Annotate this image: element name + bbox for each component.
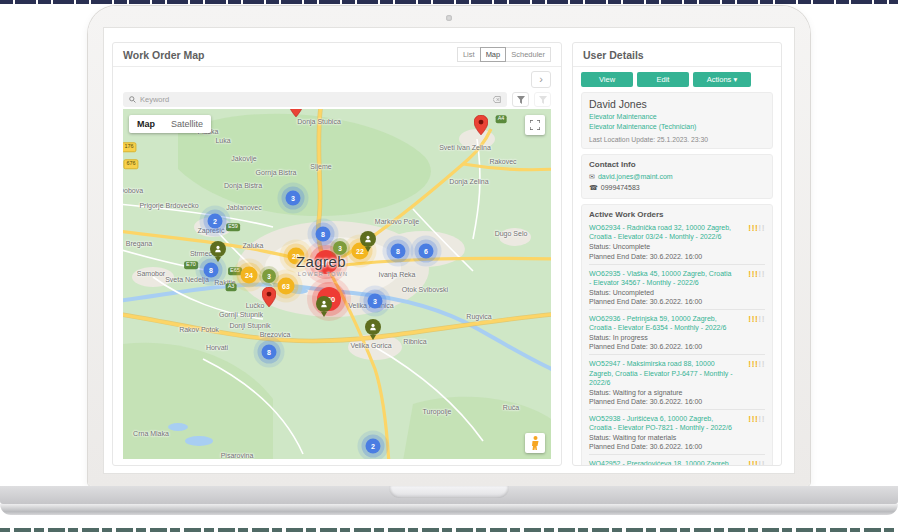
work-order-item[interactable]: WO62934 - Radnička road 32, 10000 Zagreb… bbox=[589, 222, 765, 263]
map-town-label: Donja Bistra bbox=[224, 182, 262, 189]
map-cluster-blue[interactable]: 3 bbox=[368, 294, 383, 309]
map-cluster-blue[interactable]: 6 bbox=[419, 244, 434, 259]
work-order-status: Status: Waiting for materials bbox=[589, 433, 733, 442]
clear-filter-button[interactable] bbox=[534, 92, 551, 107]
map-town-label: Velika Gorica bbox=[350, 342, 391, 349]
technician-location-marker[interactable] bbox=[365, 319, 381, 339]
laptop-notch bbox=[389, 486, 509, 498]
view-tab-map[interactable]: Map bbox=[480, 47, 507, 62]
map-cluster-blue[interactable]: 2 bbox=[208, 214, 223, 229]
map-town-label: Otok Svibovski bbox=[402, 286, 448, 293]
work-order-list: WO62934 - Radnička road 32, 10000 Zagreb… bbox=[589, 222, 765, 466]
user-details-body: View Edit Actions ▾ David Jones Elevator… bbox=[573, 67, 781, 466]
search-input[interactable]: Keyword bbox=[123, 92, 507, 107]
technician-location-marker[interactable] bbox=[316, 296, 332, 316]
work-order-item[interactable]: WO52938 - Jurišićeva 6, 10000 Zagreb, Cr… bbox=[589, 409, 765, 454]
clear-search-icon[interactable] bbox=[493, 96, 501, 103]
work-order-item[interactable]: WO52947 - Maksimirska road 88, 10000 Zag… bbox=[589, 354, 765, 408]
map-town-label: Prigorje Brdovečko bbox=[139, 202, 198, 209]
map-town-label: Bregana bbox=[126, 240, 152, 247]
map-cluster-green[interactable]: 3 bbox=[262, 269, 276, 283]
road-shield: 176 bbox=[123, 142, 137, 152]
map-pin-red[interactable] bbox=[262, 287, 276, 311]
contact-phone-row: ☎ 0999474583 bbox=[589, 183, 765, 194]
road-shield: E59 bbox=[226, 223, 240, 231]
work-order-planned-end-date: Planned End Date: 30.6.2022. 16:00 bbox=[589, 342, 733, 351]
map-town-label: Ivanja Reka bbox=[379, 271, 416, 278]
work-order-title-link[interactable]: WO62934 - Radnička road 32, 10000 Zagreb… bbox=[589, 223, 733, 241]
view-tab-list[interactable]: List bbox=[457, 47, 481, 62]
map-town-label: Donja Zelina bbox=[449, 178, 488, 185]
map-cluster-blue[interactable]: 8 bbox=[316, 227, 331, 242]
district-label-lower-town: LOWER TOWN bbox=[298, 271, 348, 277]
work-order-priority: !!!!! bbox=[737, 314, 765, 351]
actions-dropdown-button[interactable]: Actions ▾ bbox=[693, 72, 751, 87]
map-cluster-blue[interactable]: 8 bbox=[204, 263, 219, 278]
road-shield: A4 bbox=[496, 115, 507, 123]
pegman-button[interactable] bbox=[525, 433, 545, 453]
map-type-map-button[interactable]: Map bbox=[129, 115, 163, 133]
work-order-title-link[interactable]: WO62936 - Petrinjska 59, 10000 Zagreb, C… bbox=[589, 314, 733, 332]
work-order-priority: !!!!! bbox=[737, 414, 765, 451]
user-summary-card: David Jones Elevator Maintenance Elevato… bbox=[581, 92, 773, 149]
work-order-status: Status: Waiting for a signature bbox=[589, 388, 733, 397]
work-order-title-link[interactable]: WO52938 - Jurišićeva 6, 10000 Zagreb, Cr… bbox=[589, 414, 733, 432]
fullscreen-button[interactable] bbox=[525, 115, 545, 135]
map-type-control: Map Satellite bbox=[129, 115, 211, 133]
user-org-link[interactable]: Elevator Maintenance bbox=[589, 112, 765, 122]
map-cluster-blue[interactable]: 8 bbox=[391, 244, 406, 259]
map-cluster-blue[interactable]: 2 bbox=[366, 439, 381, 454]
edit-button[interactable]: Edit bbox=[637, 72, 689, 87]
work-order-item[interactable]: WO42952 - Preradovićeva 18, 10000 Zagreb… bbox=[589, 454, 765, 466]
user-role-link[interactable]: Elevator Maintenance (Technician) bbox=[589, 122, 765, 132]
collapse-panel-button[interactable]: › bbox=[531, 71, 551, 88]
work-order-map-header: Work Order Map ListMapScheduler bbox=[113, 43, 561, 67]
map-town-label: Crna Mlaka bbox=[133, 430, 169, 437]
work-order-planned-end-date: Planned End Date: 30.6.2022. 16:00 bbox=[589, 397, 733, 406]
work-order-status: Status: In progress bbox=[589, 333, 733, 342]
google-map[interactable]: Donja StubicaPluskaLukaJakovljeGornja Bi… bbox=[123, 109, 551, 459]
map-town-label: Brezovica bbox=[260, 331, 291, 338]
work-order-title-link[interactable]: WO52947 - Maksimirska road 88, 10000 Zag… bbox=[589, 359, 733, 386]
priority-exclamation-icon: ! bbox=[762, 223, 765, 233]
email-link[interactable]: david.jones@maint.com bbox=[598, 172, 673, 183]
page-bottom-strip bbox=[0, 528, 898, 532]
map-cluster-blue[interactable]: 3 bbox=[286, 191, 301, 206]
person-icon bbox=[214, 245, 222, 253]
map-cluster-yellow[interactable]: 24 bbox=[241, 267, 258, 284]
user-actions-row: View Edit Actions ▾ bbox=[581, 72, 773, 87]
map-town-label: Zaluka bbox=[242, 242, 263, 249]
search-icon bbox=[129, 96, 136, 103]
work-order-main: WO52947 - Maksimirska road 88, 10000 Zag… bbox=[589, 359, 737, 405]
view-tab-scheduler[interactable]: Scheduler bbox=[505, 47, 551, 62]
view-button[interactable]: View bbox=[581, 72, 633, 87]
map-pin-red[interactable] bbox=[474, 115, 488, 139]
map-cluster-blue[interactable]: 8 bbox=[262, 345, 277, 360]
road-shield: A3 bbox=[226, 283, 237, 291]
active-work-orders-title: Active Work Orders bbox=[589, 210, 765, 219]
user-details-header: User Details bbox=[573, 43, 781, 67]
map-town-label: Gornja Bistra bbox=[256, 169, 297, 176]
map-type-satellite-button[interactable]: Satellite bbox=[163, 115, 211, 133]
contact-info-title: Contact Info bbox=[589, 160, 765, 169]
work-order-item[interactable]: WO62935 - Vlaška 45, 10000 Zagreb, Croat… bbox=[589, 264, 765, 309]
clear-filter-icon bbox=[539, 96, 547, 104]
map-town-label: Horvati bbox=[206, 344, 228, 351]
work-order-title-link[interactable]: WO42952 - Preradovićeva 18, 10000 Zagreb… bbox=[589, 459, 733, 466]
technician-location-marker[interactable] bbox=[210, 241, 226, 261]
map-cluster-yellow[interactable]: 63 bbox=[278, 278, 295, 295]
person-icon bbox=[364, 235, 372, 243]
map-terrain bbox=[123, 109, 551, 459]
map-town-label: Strmec bbox=[190, 250, 212, 257]
page-top-strip bbox=[0, 0, 898, 4]
map-town-label: Gornji Stupnik bbox=[219, 311, 263, 318]
filter-funnel-icon bbox=[517, 96, 525, 104]
work-order-main: WO62936 - Petrinjska 59, 10000 Zagreb, C… bbox=[589, 314, 737, 351]
filter-button[interactable] bbox=[512, 92, 529, 107]
map-town-label: Ribnica bbox=[403, 338, 426, 345]
map-pin-red[interactable] bbox=[289, 109, 303, 121]
technician-location-marker[interactable] bbox=[360, 231, 376, 251]
work-order-title-link[interactable]: WO62935 - Vlaška 45, 10000 Zagreb, Croat… bbox=[589, 269, 733, 287]
work-order-item[interactable]: WO62936 - Petrinjska 59, 10000 Zagreb, C… bbox=[589, 309, 765, 354]
priority-exclamation-icon: ! bbox=[762, 314, 765, 324]
